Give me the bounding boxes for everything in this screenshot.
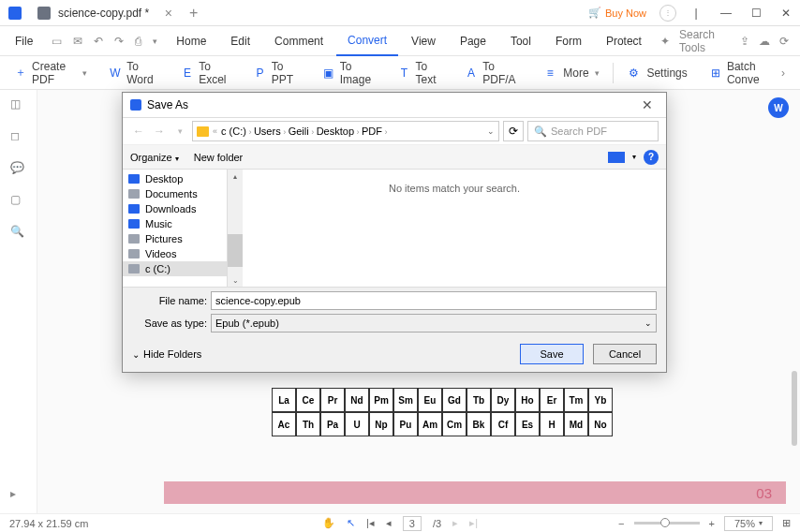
left-sidebar: ◫ ◻ 💬 ▢ 🔍 ▸ (0, 90, 37, 513)
next-page-icon[interactable]: ▸ (452, 517, 458, 529)
path-segment[interactable]: Geili (289, 126, 309, 137)
document-tab[interactable]: science-copy.pdf * × (30, 0, 180, 26)
path-segment[interactable]: Users (254, 126, 281, 137)
fit-page-icon[interactable]: ⊞ (782, 517, 791, 529)
tree-item[interactable]: Documents (123, 186, 227, 201)
dialog-close-icon[interactable]: ✕ (636, 96, 659, 114)
path-segment[interactable]: Desktop (317, 126, 354, 137)
nav-up-icon[interactable]: ▾ (171, 123, 188, 140)
sync-icon[interactable]: ⟳ (779, 35, 789, 48)
save-button[interactable]: Save (520, 344, 584, 364)
to-image-button[interactable]: ▣To Image (313, 59, 385, 87)
periodic-table: LaCePrNdPmSmEuGdTbDyHoErTmYb AcThPaUNpPu… (272, 388, 613, 436)
maximize-button[interactable]: ☐ (742, 0, 770, 26)
path-segment[interactable]: c (C:) (221, 126, 246, 137)
organize-menu[interactable]: Organize ▾ (130, 152, 179, 163)
hide-folders-toggle[interactable]: ⌄ Hide Folders (132, 348, 201, 360)
attachments-icon[interactable]: ▢ (10, 193, 27, 210)
savetype-select[interactable]: Epub (*.epub)⌄ (211, 314, 657, 332)
page-total: /3 (433, 518, 441, 529)
close-tab-icon[interactable]: × (165, 6, 172, 21)
filename-input[interactable] (211, 291, 657, 310)
titlebar: science-copy.pdf * × + 🛒 Buy Now ⋮ | — ☐… (0, 0, 800, 26)
new-folder-button[interactable]: New folder (194, 152, 244, 163)
undo-icon[interactable]: ↶ (94, 35, 103, 48)
user-menu-icon[interactable]: ⋮ (659, 5, 676, 22)
menubar: File ▭ ✉ ↶ ↷ ⎙ ▾ HomeEditCommentConvertV… (0, 26, 800, 56)
share-icon[interactable]: ⇪ (740, 35, 749, 48)
zoom-select[interactable]: 75%▾ (724, 516, 773, 531)
path-breadcrumb[interactable]: « c (C:) › Users › Geili › Desktop › PDF… (192, 121, 499, 141)
first-page-icon[interactable]: |◂ (366, 517, 375, 529)
convert-badge-icon[interactable]: W (768, 97, 789, 118)
menu-page[interactable]: Page (449, 26, 497, 56)
batch-convert-button[interactable]: ⊞Batch Conve› (701, 59, 794, 87)
buy-now-button[interactable]: 🛒 Buy Now (581, 7, 654, 19)
redo-icon[interactable]: ↷ (114, 35, 124, 48)
tree-scrollbar[interactable]: ▴ ⌄ (228, 170, 243, 287)
hand-tool-icon[interactable]: ✋ (322, 517, 335, 529)
print-icon[interactable]: ⎙ (135, 35, 141, 48)
nav-forward-icon[interactable]: → (151, 123, 168, 140)
tree-item[interactable]: Desktop (123, 171, 227, 186)
folder-search-input[interactable]: 🔍 Search PDF (527, 121, 659, 141)
zoom-in-icon[interactable]: + (709, 518, 715, 529)
zoom-out-icon[interactable]: − (618, 518, 624, 529)
file-menu[interactable]: File (4, 26, 44, 56)
tree-item[interactable]: Pictures (123, 231, 227, 246)
tree-item[interactable]: Music (123, 216, 227, 231)
toolbar: ＋Create PDF▾ WTo Word ETo Excel PTo PPT … (0, 56, 800, 90)
view-options-icon[interactable] (608, 152, 625, 163)
tree-item[interactable]: Downloads (123, 201, 227, 216)
add-tab-button[interactable]: + (180, 5, 207, 22)
chevron-down-icon[interactable]: ▾ (153, 37, 157, 46)
settings-button[interactable]: ⚙Settings (616, 59, 696, 87)
menu-edit[interactable]: Edit (219, 26, 261, 56)
last-page-icon[interactable]: ▸| (469, 517, 478, 529)
collapse-icon[interactable]: ▸ (10, 487, 27, 504)
bookmarks-icon[interactable]: ◻ (10, 129, 27, 146)
to-text-button[interactable]: TTo Text (389, 59, 452, 87)
minimize-button[interactable]: — (712, 0, 740, 26)
prev-page-icon[interactable]: ◂ (386, 517, 392, 529)
dialog-body: DesktopDocumentsDownloadsMusicPicturesVi… (123, 170, 666, 287)
menu-convert[interactable]: Convert (336, 26, 398, 56)
path-segment[interactable]: PDF (362, 126, 382, 137)
to-ppt-button[interactable]: PTo PPT (244, 59, 309, 87)
help-icon[interactable]: ? (644, 150, 659, 165)
mail-icon[interactable]: ✉ (73, 35, 82, 48)
folder-tree[interactable]: DesktopDocumentsDownloadsMusicPicturesVi… (123, 170, 228, 287)
thumbnails-icon[interactable]: ◫ (10, 97, 27, 114)
cloud-icon[interactable]: ☁ (759, 35, 770, 48)
to-pdfa-button[interactable]: ATo PDF/A (456, 59, 529, 87)
chevron-down-icon[interactable]: ▾ (632, 153, 636, 161)
tree-item[interactable]: c (C:) (123, 261, 227, 276)
menu-comment[interactable]: Comment (263, 26, 334, 56)
create-pdf-button[interactable]: ＋Create PDF▾ (6, 59, 96, 87)
comments-icon[interactable]: 💬 (10, 161, 27, 178)
element-cell: Np (369, 412, 393, 436)
menu-view[interactable]: View (400, 26, 447, 56)
menu-tool[interactable]: Tool (499, 26, 542, 56)
to-excel-button[interactable]: ETo Excel (172, 59, 242, 87)
folder-icon (197, 126, 209, 137)
search-tools[interactable]: Search Tools (679, 28, 731, 54)
menu-protect[interactable]: Protect (595, 26, 653, 56)
menu-form[interactable]: Form (544, 26, 593, 56)
wand-icon[interactable]: ✦ (660, 35, 670, 48)
to-word-button[interactable]: WTo Word (100, 59, 169, 87)
tree-item[interactable]: Videos (123, 246, 227, 261)
open-icon[interactable]: ▭ (52, 35, 62, 48)
cancel-button[interactable]: Cancel (593, 344, 657, 364)
zoom-slider[interactable] (634, 522, 700, 525)
menu-home[interactable]: Home (165, 26, 217, 56)
select-tool-icon[interactable]: ↖ (347, 517, 355, 529)
close-window-button[interactable]: ✕ (772, 0, 800, 26)
page-input[interactable]: 3 (403, 516, 422, 531)
scrollbar-thumb[interactable] (792, 371, 797, 446)
file-list-pane[interactable]: No items match your search. (243, 170, 666, 287)
more-button[interactable]: ≡More▾ (533, 59, 608, 87)
search-icon[interactable]: 🔍 (10, 225, 27, 242)
nav-back-icon[interactable]: ← (130, 123, 147, 140)
refresh-button[interactable]: ⟳ (503, 121, 524, 141)
